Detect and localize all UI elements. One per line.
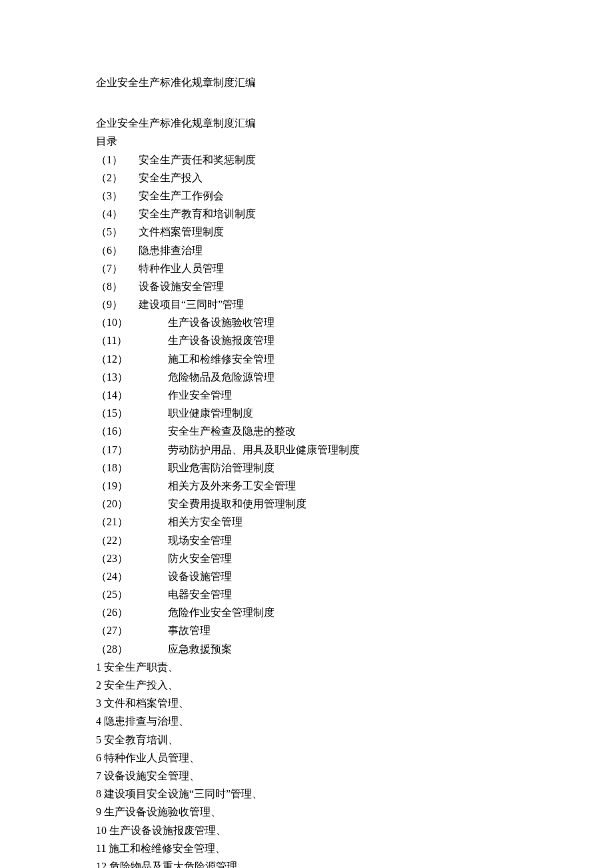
toc-item-number: （22） <box>96 531 168 549</box>
toc-item-text: 生产设备设施验收管理 <box>168 313 275 331</box>
toc-item-text: 应急救援预案 <box>168 640 232 658</box>
toc-item-number: （13） <box>96 368 168 386</box>
toc-item-number: （14） <box>96 386 168 404</box>
toc-item-text: 文件档案管理制度 <box>139 223 224 241</box>
toc-item: （25）电器安全管理 <box>96 585 613 603</box>
toc-item-number: （4） <box>96 205 139 223</box>
toc-item-number: （18） <box>96 459 168 477</box>
toc-item-text: 电器安全管理 <box>168 585 232 603</box>
toc-item: （27）事故管理 <box>96 621 613 639</box>
list-item: 7 设备设施安全管理、 <box>96 767 613 785</box>
toc-item-number: （11） <box>96 331 168 349</box>
toc-heading: 目录 <box>96 132 613 150</box>
toc-item: （23）防火安全管理 <box>96 549 613 567</box>
toc-item: （3）安全生产工作例会 <box>96 187 613 205</box>
toc-item: （12）施工和检维修安全管理 <box>96 350 613 368</box>
toc-item: （15）职业健康管理制度 <box>96 404 613 422</box>
toc-item-text: 危险作业安全管理制度 <box>168 603 275 621</box>
list-item: 1 安全生产职责、 <box>96 658 613 676</box>
toc-item-text: 设备设施安全管理 <box>139 277 224 295</box>
toc-item: （20）安全费用提取和使用管理制度 <box>96 495 613 513</box>
toc-item: （18）职业危害防治管理制度 <box>96 459 613 477</box>
toc-item: （8）设备设施安全管理 <box>96 277 613 295</box>
toc-item-number: （3） <box>96 187 139 205</box>
toc-item-text: 隐患排查治理 <box>139 241 203 259</box>
toc-item-number: （5） <box>96 223 139 241</box>
toc-item: （26）危险作业安全管理制度 <box>96 603 613 621</box>
toc-item-text: 相关方安全管理 <box>168 513 243 531</box>
toc-item-text: 安全生产投入 <box>139 169 203 187</box>
toc-item-number: （12） <box>96 350 168 368</box>
list-item: 12 危险物品及重大危险源管理、 <box>96 857 613 868</box>
toc-item-number: （27） <box>96 621 168 639</box>
toc-item-text: 事故管理 <box>168 621 211 639</box>
toc-item-number: （10） <box>96 313 168 331</box>
toc-item-text: 安全生产责任和奖惩制度 <box>139 151 256 169</box>
toc-item: （1）安全生产责任和奖惩制度 <box>96 151 613 169</box>
toc-item-text: 安全生产工作例会 <box>139 187 224 205</box>
toc-item-text: 职业健康管理制度 <box>168 404 253 422</box>
toc-item-number: （24） <box>96 567 168 585</box>
toc-item-number: （17） <box>96 441 168 459</box>
list-item: 3 文件和档案管理、 <box>96 694 613 712</box>
document-page: 企业安全生产标准化规章制度汇编 企业安全生产标准化规章制度汇编 目录 （1）安全… <box>0 0 613 868</box>
toc-item-text: 施工和检维修安全管理 <box>168 350 275 368</box>
document-subtitle: 企业安全生产标准化规章制度汇编 <box>96 114 613 132</box>
toc-item-text: 危险物品及危险源管理 <box>168 368 275 386</box>
numbered-list: 1 安全生产职责、2 安全生产投入、3 文件和档案管理、4 隐患排查与治理、5 … <box>96 658 613 868</box>
toc-item: （13）危险物品及危险源管理 <box>96 368 613 386</box>
toc-item-text: 安全费用提取和使用管理制度 <box>168 495 306 513</box>
toc-item-text: 相关方及外来务工安全管理 <box>168 477 296 495</box>
list-item: 10 生产设备设施报废管理、 <box>96 821 613 839</box>
toc-item-text: 防火安全管理 <box>168 549 232 567</box>
toc-item-text: 现场安全管理 <box>168 531 232 549</box>
toc-item-number: （2） <box>96 169 139 187</box>
toc-item: （21）相关方安全管理 <box>96 513 613 531</box>
toc-item-number: （1） <box>96 151 139 169</box>
toc-item-text: 特种作业人员管理 <box>139 259 224 277</box>
toc-item: （17）劳动防护用品、用具及职业健康管理制度 <box>96 441 613 459</box>
toc-item-text: 建设项目“三同时”管理 <box>139 295 244 313</box>
toc-item-number: （21） <box>96 513 168 531</box>
toc-item-text: 职业危害防治管理制度 <box>168 459 275 477</box>
toc-item-number: （28） <box>96 640 168 658</box>
toc-item-number: （9） <box>96 295 139 313</box>
toc-item-text: 安全生产检查及隐患的整改 <box>168 422 296 440</box>
toc-item-text: 劳动防护用品、用具及职业健康管理制度 <box>168 441 360 459</box>
list-item: 9 生产设备设施验收管理、 <box>96 803 613 821</box>
toc-item: （9）建设项目“三同时”管理 <box>96 295 613 313</box>
toc-item: （5）文件档案管理制度 <box>96 223 613 241</box>
list-item: 6 特种作业人员管理、 <box>96 749 613 767</box>
toc-item: （24）设备设施管理 <box>96 567 613 585</box>
toc-item: （6）隐患排查治理 <box>96 241 613 259</box>
list-item: 11 施工和检维修安全管理、 <box>96 839 613 857</box>
toc-item: （11）生产设备设施报废管理 <box>96 331 613 349</box>
toc-item-text: 安全生产教育和培训制度 <box>139 205 256 223</box>
list-item: 2 安全生产投入、 <box>96 676 613 694</box>
toc-list: （1）安全生产责任和奖惩制度（2）安全生产投入（3）安全生产工作例会（4）安全生… <box>96 151 613 658</box>
toc-item-number: （15） <box>96 404 168 422</box>
list-item: 4 隐患排查与治理、 <box>96 712 613 730</box>
toc-item-number: （26） <box>96 603 168 621</box>
list-item: 5 安全教育培训、 <box>96 731 613 749</box>
toc-item: （16）安全生产检查及隐患的整改 <box>96 422 613 440</box>
toc-item: （7）特种作业人员管理 <box>96 259 613 277</box>
toc-item: （14）作业安全管理 <box>96 386 613 404</box>
toc-item: （28）应急救援预案 <box>96 640 613 658</box>
toc-item-text: 设备设施管理 <box>168 567 232 585</box>
toc-item-number: （8） <box>96 277 139 295</box>
toc-item: （2）安全生产投入 <box>96 169 613 187</box>
toc-item-number: （23） <box>96 549 168 567</box>
list-item: 8 建设项目安全设施“三同时”管理、 <box>96 785 613 803</box>
toc-item-text: 作业安全管理 <box>168 386 232 404</box>
toc-item-number: （16） <box>96 422 168 440</box>
toc-item: （10）生产设备设施验收管理 <box>96 313 613 331</box>
toc-item-text: 生产设备设施报废管理 <box>168 331 275 349</box>
toc-item: （4）安全生产教育和培训制度 <box>96 205 613 223</box>
toc-item-number: （6） <box>96 241 139 259</box>
toc-item-number: （19） <box>96 477 168 495</box>
document-title: 企业安全生产标准化规章制度汇编 <box>96 73 613 91</box>
toc-item-number: （25） <box>96 585 168 603</box>
toc-item-number: （7） <box>96 259 139 277</box>
toc-item: （22）现场安全管理 <box>96 531 613 549</box>
